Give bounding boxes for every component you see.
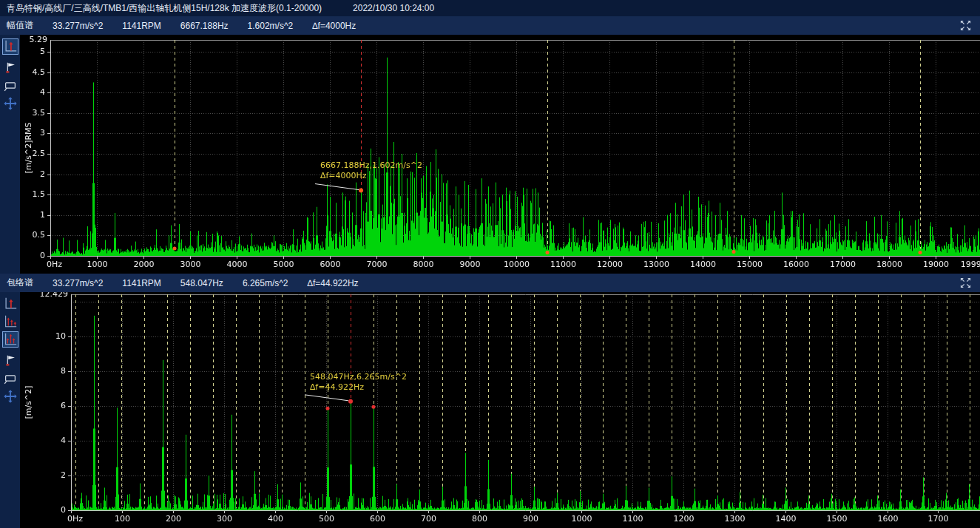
amplitude-metrics: 33.277m/s^21141RPM6667.188Hz1.602m/s^2∆f… <box>53 21 375 31</box>
envelope-chart-toolbar <box>0 292 20 528</box>
metric-value: ∆f=44.922Hz <box>308 278 359 288</box>
amplitude-spectrum-header: 幅值谱 33.277m/s^21141RPM6667.188Hz1.602m/s… <box>0 16 980 35</box>
amplitude-spectrum-canvas[interactable] <box>20 35 980 274</box>
envelope-chart-area <box>0 292 980 528</box>
move-icon[interactable] <box>2 388 18 405</box>
envelope-metrics: 33.277m/s^21141RPM548.047Hz6.265m/s^2∆f=… <box>53 278 378 288</box>
expand-icon[interactable] <box>959 277 972 289</box>
metric-value: 548.047Hz <box>180 278 223 288</box>
label-icon[interactable] <box>2 78 18 94</box>
spectrum-type-label: 幅值谱 <box>7 19 33 32</box>
sideband-cursor-icon[interactable] <box>2 331 18 348</box>
metric-value: ∆f=4000Hz <box>312 21 356 31</box>
expand-icon[interactable] <box>959 19 972 32</box>
envelope-spectrum-canvas[interactable] <box>20 292 980 528</box>
metric-value: 33.277m/s^2 <box>53 21 103 31</box>
flag-icon[interactable] <box>2 60 18 76</box>
single-cursor-icon[interactable] <box>2 296 18 312</box>
envelope-spectrum-header: 包络谱 33.277m/s^21141RPM548.047Hz6.265m/s^… <box>0 274 980 292</box>
metric-value: 1141RPM <box>122 278 160 288</box>
spectrum-type-label: 包络谱 <box>7 277 33 289</box>
metric-value: 1.602m/s^2 <box>248 21 294 31</box>
amplitude-chart-area <box>0 35 980 274</box>
harmonic-cursor-icon[interactable] <box>2 314 18 330</box>
window-title-bar: 青岛特钢/高线厂/三高线/TMB1/西输出轴轧机侧15H/128k 加速度波形(… <box>0 0 980 16</box>
metric-value: 33.277m/s^2 <box>53 278 103 288</box>
metric-value: 1141RPM <box>122 21 160 31</box>
timestamp: 2022/10/30 10:24:00 <box>353 3 434 13</box>
label-icon[interactable] <box>2 370 18 387</box>
metric-value: 6667.188Hz <box>180 21 229 31</box>
flag-icon[interactable] <box>2 353 18 369</box>
move-icon[interactable] <box>2 95 18 112</box>
breadcrumb: 青岛特钢/高线厂/三高线/TMB1/西输出轴轧机侧15H/128k 加速度波形(… <box>7 2 322 15</box>
single-cursor-icon[interactable] <box>2 38 18 55</box>
metric-value: 6.265m/s^2 <box>243 278 288 288</box>
amplitude-chart-toolbar <box>0 35 20 274</box>
